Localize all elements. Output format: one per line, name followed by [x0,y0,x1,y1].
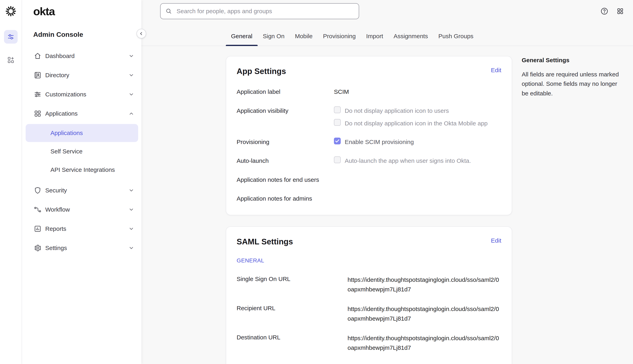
topbar-right [600,7,624,16]
application-label-value: SCIM [334,88,349,96]
tab-mobile[interactable]: Mobile [290,32,318,46]
app-settings-title: App Settings [237,67,286,76]
option-label: Do not display application icon to users [345,107,449,114]
destination-url-value: https://identity.thoughtspotstaginglogin… [348,334,501,352]
cards-column: App Settings Edit Application label SCIM… [226,56,512,364]
single-sign-on-url-value: https://identity.thoughtspotstaginglogin… [348,275,501,294]
help-icon[interactable] [600,7,608,16]
admin-console-title: Admin Console [22,18,141,46]
help-panel-title: General Settings [522,57,619,64]
application-label-row: Application label SCIM [237,88,501,96]
sidebar-item-label: Directory [45,72,125,78]
search-box[interactable] [160,3,359,19]
chevron-down-icon [129,72,134,78]
rail-item-admin-console[interactable] [4,30,18,44]
sidebar-item-reports[interactable]: Reports [22,219,141,238]
checkbox-unchecked-icon[interactable] [334,156,341,163]
edit-saml-settings-link[interactable]: Edit [491,237,501,244]
recipient-url-value: https://identity.thoughtspotstaginglogin… [348,304,501,324]
chevron-left-icon [139,31,144,36]
tab-label: General [231,33,252,40]
chevron-down-icon [129,226,134,232]
tab-label: Mobile [295,33,312,40]
bar-chart-icon [34,225,42,233]
saml-settings-title: SAML Settings [237,237,293,246]
sidebar-item-settings[interactable]: Settings [22,238,141,258]
sidebar-subitem-label: Self Service [51,148,83,155]
visibility-option-users[interactable]: Do not display application icon to users [334,107,488,114]
rail-item-add-apps[interactable] [4,53,18,67]
field-label: Application notes for admins [237,194,334,203]
edit-app-settings-link[interactable]: Edit [491,67,501,74]
apps-add-icon [7,56,15,64]
saml-general-section-label: GENERAL [237,258,501,264]
directory-icon [34,71,42,79]
tab-bar: General Sign On Mobile Provisioning Impo… [141,32,633,46]
enable-scim-provisioning-option[interactable]: Enable SCIM provisioning [334,138,414,146]
tab-provisioning[interactable]: Provisioning [318,32,361,46]
sidebar-subitem-self-service[interactable]: Self Service [26,142,138,160]
applications-subnav: Applications Self Service API Service In… [22,123,141,181]
saml-settings-card: SAML Settings Edit GENERAL Single Sign O… [226,226,512,364]
sidebar-item-applications[interactable]: Applications [22,104,141,123]
field-label: Application label [237,88,334,96]
option-label: Auto-launch the app when user signs into… [345,157,471,164]
sidebar-item-label: Reports [45,226,125,232]
sidebar-subitem-api-service-integrations[interactable]: API Service Integrations [26,161,138,179]
chevron-down-icon [129,53,134,59]
chevron-up-icon [129,111,134,116]
sidebar-item-directory[interactable]: Directory [22,66,141,85]
home-icon [34,52,42,60]
field-label: Application notes for end users [237,176,334,184]
checkbox-unchecked-icon[interactable] [334,106,341,113]
option-label: Do not display application icon in the O… [345,120,488,127]
chevron-down-icon [129,188,134,193]
apps-launcher-icon[interactable] [616,7,624,15]
sidebar-item-label: Customizations [45,91,125,98]
notes-end-users-row: Application notes for end users [237,176,501,184]
sidebar-subitem-label: Applications [51,130,83,136]
field-label: Destination URL [237,334,348,342]
sidebar-collapse-button[interactable] [137,29,146,38]
app-switcher-rail [0,0,22,364]
auto-launch-option[interactable]: Auto-launch the app when user signs into… [334,157,471,164]
sidebar-subitem-applications[interactable]: Applications [26,124,138,142]
tab-label: Import [366,33,383,40]
admin-console-window: okta Admin Console Dashboard Directory [0,0,633,364]
sidebar-subitem-label: API Service Integrations [51,166,115,173]
sliders-icon [34,90,42,98]
tab-sign-on[interactable]: Sign On [258,32,290,46]
sidebar-item-label: Workflow [45,206,125,213]
option-label: Enable SCIM provisioning [345,138,414,146]
chevron-down-icon [129,207,134,212]
sidebar-item-label: Settings [45,244,125,252]
tab-push-groups[interactable]: Push Groups [433,32,479,46]
shield-icon [34,186,42,194]
sidebar-item-workflow[interactable]: Workflow [22,200,141,219]
app-settings-card: App Settings Edit Application label SCIM… [226,56,512,215]
sidebar-item-customizations[interactable]: Customizations [22,85,141,104]
apps-grid-icon [34,110,42,118]
field-label: Provisioning [237,138,334,146]
checkbox-unchecked-icon[interactable] [334,119,341,126]
search-icon [165,8,172,14]
field-label: Auto-launch [237,157,334,165]
okta-logo: okta [22,5,141,18]
checkbox-checked-icon[interactable] [334,138,341,144]
visibility-option-mobile[interactable]: Do not display application icon in the O… [334,120,488,127]
application-visibility-row: Application visibility Do not display ap… [237,107,501,127]
sidebar-item-security[interactable]: Security [22,181,141,200]
tab-general[interactable]: General [226,32,258,46]
okta-spinner-icon [5,5,17,17]
tab-assignments[interactable]: Assignments [388,32,433,46]
destination-url-row: Destination URL https://identity.thought… [237,334,501,352]
chevron-down-icon [129,92,134,97]
sidebar-item-dashboard[interactable]: Dashboard [22,46,141,66]
tab-label: Provisioning [323,33,356,40]
search-input[interactable] [176,8,354,15]
sidebar-item-label: Applications [45,110,125,117]
sidebar-nav: Dashboard Directory Customizations [22,46,141,258]
tab-import[interactable]: Import [361,32,388,46]
recipient-url-row: Recipient URL https://identity.thoughtsp… [237,304,501,324]
sidebar-item-label: Dashboard [45,52,125,60]
